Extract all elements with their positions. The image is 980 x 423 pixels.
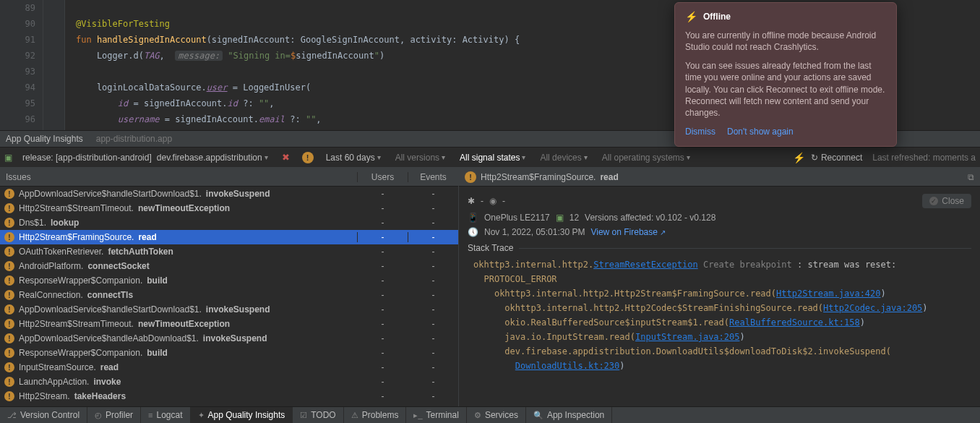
issue-events: - [408,218,458,228]
warning-icon: ! [4,261,14,271]
devices-selector[interactable]: All devices▾ [536,151,591,164]
tab-todo[interactable]: ☑TODO [293,407,343,423]
warning-icon: ! [4,247,14,257]
issue-events: - [408,362,458,372]
issue-method: fetchAuthToken [108,247,173,257]
issue-users: - [357,348,408,358]
dont-show-again-link[interactable]: Don't show again [727,126,794,137]
warning-icon: ! [4,304,14,315]
tab-label: App Inspection [547,410,604,420]
branch-icon: ⎇ [7,411,17,420]
st-frame: okio.RealBufferedSource$inputStream$1.re… [504,317,729,328]
stack-trace-header: Stack Trace [468,243,971,253]
issue-row[interactable]: !Http2Stream$StreamTimeout.newTimeoutExc… [0,201,458,215]
warnings-button[interactable]: ! [300,150,316,166]
last-refreshed: Last refreshed: moments a [872,153,976,163]
issue-row[interactable]: !RealConnection.connectTls-- [0,288,458,302]
issues-table-header: Issues Users Events [0,168,458,187]
issue-row[interactable]: !AppDownloadService$handleStartDownload$… [0,302,458,317]
line-number: 93 [0,64,35,80]
issue-row[interactable]: !AppDownloadService$handleStartDownload$… [0,187,458,201]
issues-list[interactable]: !AppDownloadService$handleStartDownload$… [0,187,458,406]
services-icon: ⚙ [474,411,481,420]
stack-trace[interactable]: okhttp3.internal.http2.StreamResetExcept… [468,257,971,373]
popup-title-text: Offline [703,11,731,22]
st-exception-link[interactable]: StreamResetException [593,260,698,270]
details-toggle-icon[interactable]: ⧉ [968,172,974,182]
issue-row[interactable]: !Dns$1.lookup-- [0,215,458,230]
tab-version-control[interactable]: ⎇Version Control [0,407,87,423]
delete-button[interactable]: ✖ [278,150,294,166]
tab-services[interactable]: ⚙Services [467,407,526,423]
tab-logcat[interactable]: ≡Logcat [141,407,190,423]
detail-title-pre: Http2Stream$FramingSource. [481,172,596,182]
issue-row[interactable]: !AndroidPlatform.connectSocket-- [0,259,458,273]
signal-states-selector[interactable]: All signal states▾ [455,151,530,164]
os-selector[interactable]: All operating systems▾ [598,151,695,164]
reconnect-button[interactable]: ↻ Reconnect [811,153,862,163]
issue-events: - [408,261,458,271]
issue-events: - [408,247,458,257]
issue-row[interactable]: !ResponseWrapper$Companion.build-- [0,273,458,288]
issue-row[interactable]: !Http2Stream.takeHeaders-- [0,389,458,403]
create-breakpoint-hint[interactable]: Create breakpoint [703,260,792,270]
col-users-header[interactable]: Users [357,172,408,182]
st-source-link[interactable]: RealBufferedSource.kt:158 [729,317,860,328]
issue-class: Http2Stream. [19,391,70,401]
issue-users: - [357,247,408,257]
offline-popup: ⚡ Offline You are currently in offline m… [674,2,897,147]
tab-problems[interactable]: ⚠Problems [344,407,407,423]
tab-app-inspection[interactable]: 🔍App Inspection [526,407,612,423]
tool-window-title: App Quality Insights [6,134,83,144]
issue-users: - [357,333,408,343]
st-frame: okhttp3.internal.http2.Http2Codec$Stream… [504,303,823,313]
issue-method: build [147,348,168,358]
warning-icon: ! [4,391,14,401]
issue-method: invokeSuspend [206,304,270,315]
issue-row[interactable]: !Http2Stream$StreamTimeout.newTimeoutExc… [0,317,458,331]
st-source-link[interactable]: Http2Codec.java:205 [823,303,922,313]
date-range-selector[interactable]: Last 60 days▾ [322,151,385,164]
st-source-link[interactable]: InputStream.java:205 [635,332,740,342]
issue-class: AppDownloadService$handleAabDownload$1. [19,333,199,343]
issue-events: - [408,348,458,358]
issue-method: read [100,362,119,372]
popup-actions: Dismiss Don't show again [685,126,886,137]
issue-class: AndroidPlatform. [19,261,83,271]
line-number: 91 [0,32,35,48]
st-source-link[interactable]: Http2Stream.java:420 [776,289,881,299]
issue-row[interactable]: !OAuthTokenRetriever.fetchAuthToken-- [0,244,458,259]
dismiss-link[interactable]: Dismiss [685,126,715,137]
warning-icon: ! [4,203,14,213]
line-number: 95 [0,95,35,111]
col-issues-header[interactable]: Issues [0,172,357,182]
close-issue-button[interactable]: ✓ Close [922,194,971,208]
warning-icon: ! [4,290,14,300]
breakpoint-gutter[interactable] [43,0,65,130]
detail-title-bold: read [600,172,618,182]
tab-profiler[interactable]: ◴Profiler [87,407,141,423]
tab-terminal[interactable]: ▸_Terminal [406,407,466,423]
chevron-down-icon: ▾ [265,153,268,161]
issue-row[interactable]: !LaunchAppAction.invoke-- [0,375,458,389]
issue-users: - [357,275,408,286]
meta-row-device: 📱 OnePlus LE2117 ▣ 12 Versions affected:… [468,213,971,223]
variant-selector[interactable]: release: [app-distribution-android] dev.… [18,151,272,164]
issue-row[interactable]: !AppDownloadService$handleAabDownload$1.… [0,331,458,346]
issue-class: Http2Stream$StreamTimeout. [19,319,134,329]
col-events-header[interactable]: Events [408,172,458,182]
issue-events: - [408,319,458,329]
issue-events: - [408,203,458,213]
todo-icon: ☑ [300,411,307,420]
issue-users: - [357,203,408,213]
issue-row[interactable]: !ResponseWrapper$Companion.build-- [0,346,458,360]
chevron-down-icon: ▾ [377,153,381,161]
st-source-link[interactable]: DownloadUtils.kt:230 [515,361,620,371]
issue-users: - [357,290,408,300]
versions-selector[interactable]: All versions▾ [391,151,450,164]
view-on-firebase-link[interactable]: View on Firebase [590,227,665,237]
tab-app-quality-insights[interactable]: ✦App Quality Insights [191,407,293,423]
issue-row[interactable]: !Http2Stream$FramingSource.read-- [0,230,458,244]
issue-row[interactable]: !InputStreamSource.read-- [0,360,458,375]
issue-class: ResponseWrapper$Companion. [19,348,142,358]
